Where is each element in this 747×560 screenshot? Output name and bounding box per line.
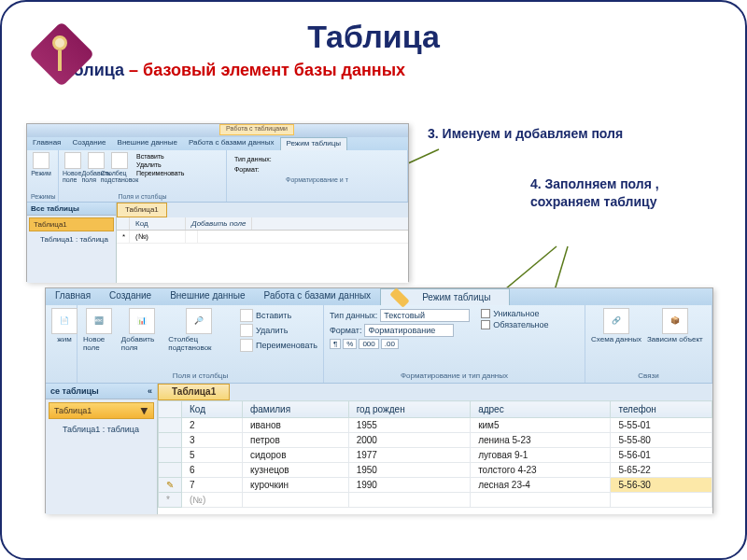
s2-schema-button[interactable]: 🔗Схема данных [591,308,641,344]
subtitle-rest: – базовый элемент базы данных [124,61,405,79]
s1-delete-button[interactable]: Удалить [136,161,184,169]
s1-main: Таблица1 Код Добавить поле * (№) [117,203,408,283]
s2-datasheet[interactable]: Код фамилия год рожден адрес телефон 2ив… [158,400,712,508]
s1-ribbon-tabs: Главная Создание Внешние данные Работа с… [27,137,408,150]
table-header-row: Код фамилия год рожден адрес телефон [159,401,712,418]
s1-tab-external[interactable]: Внешние данные [112,137,183,150]
s1-nav-group[interactable]: Таблица1 [29,217,114,231]
s1-datasheet[interactable]: Код Добавить поле * (№) [117,217,408,244]
s2-nav-pane: се таблицы« Таблица1⯆ Таблица1 : таблица [46,384,158,514]
s2-tab-external[interactable]: Внешние данные [161,288,254,305]
warning-icon [390,287,410,307]
s1-insert-button[interactable]: Вставить [136,152,184,161]
s1-group-modes-label: Режимы [31,193,54,200]
slide-subtitle: Таблица – базовый элемент базы данных [54,61,723,80]
s2-group-format-label: Форматирование и тип данных [330,370,579,380]
s1-group-fields-label: Поля и столбцы [63,193,222,200]
collapse-icon[interactable]: « [148,386,152,396]
s2-nav-table-item[interactable]: Таблица1 : таблица [46,422,157,437]
s1-cell-newid[interactable]: (№) [130,231,186,243]
col-phone[interactable]: телефон [611,401,712,418]
s2-lookup-col-button[interactable]: 🔎Столбец подстановок [168,308,229,353]
s1-rename-button[interactable]: Переименовать [136,169,184,177]
table-row[interactable]: 6кузнецов1950толстого 4-235-65-22 [159,463,712,478]
s1-tab-dbtools[interactable]: Работа с базами данных [183,137,280,150]
table-row[interactable]: 2иванов1955ким55-55-01 [159,418,712,433]
table-new-row[interactable]: *(№) [159,493,712,508]
s1-lookup-col-button[interactable]: Столбец подстановок [109,152,130,193]
s2-depends-button[interactable]: 📦Зависим объект [647,308,703,344]
s2-main: Таблица1 Код фамилия год рожден адрес те… [158,384,712,514]
s2-tab-tableview[interactable]: Режим таблицы [380,288,510,305]
s2-tab-dbtools[interactable]: Работа с базами данных [255,288,381,305]
s1-tab-tableview[interactable]: Режим таблицы [280,137,348,150]
s2-mode-button[interactable]: 📄жим [51,308,78,344]
s1-nav-header[interactable]: Все таблицы [27,203,116,216]
s2-ribbon-tabs: Главная Создание Внешние данные Работа с… [46,288,712,305]
s2-required-checkbox[interactable]: Обязательное [481,319,548,330]
s1-tab-create[interactable]: Создание [66,137,111,150]
s2-group-mode: 📄жим [46,305,78,383]
screenshot-2: Главная Создание Внешние данные Работа с… [45,287,713,513]
s1-nav-table-item[interactable]: Таблица1 : таблица [27,233,116,245]
s2-group-links-label: Связи [591,370,706,380]
s2-unique-checkbox[interactable]: Уникальное [481,308,548,319]
s2-tab-home[interactable]: Главная [46,288,100,305]
s1-col-add[interactable]: Добавить поле [186,217,252,230]
col-id[interactable]: Код [182,401,243,418]
s2-datatype-select[interactable]: Текстовый [380,309,470,322]
s2-insert-button[interactable]: Вставить [240,308,317,323]
s2-format-select[interactable]: Форматирование [364,324,454,337]
slide: Таблица Таблица – базовый элемент базы д… [0,0,747,560]
table-row[interactable]: 3петров2000ленина 5-235-55-80 [159,433,712,448]
s1-new-field-button[interactable]: Новое поле [63,152,83,193]
s1-doc-tab[interactable]: Таблица1 [117,203,167,217]
s2-add-fields-button[interactable]: 📊Добавить поля [121,308,162,353]
s1-col-id[interactable]: Код [130,217,186,230]
s1-ribbon: Режим Режимы Новое поле Добавить поля Ст… [27,150,408,203]
access-logo-icon [35,28,88,80]
annotation-3: 3. Именуем и добавляем поля [428,125,661,143]
table-row[interactable]: ✎7курочкин1990лесная 23-45-56-30 [159,478,712,493]
s2-doc-tab[interactable]: Таблица1 [158,384,230,400]
screenshot-1: Работа с таблицами Главная Создание Внеш… [26,123,409,282]
s1-context-tab[interactable]: Работа с таблицами [219,124,294,135]
col-address[interactable]: адрес [471,401,611,418]
s1-group-modes: Режим Режимы [27,150,59,202]
s2-tab-create[interactable]: Создание [100,288,161,305]
table-row[interactable]: 5сидоров1977луговая 9-15-56-01 [159,448,712,463]
s2-group-format: Тип данных: Текстовый Формат: Форматиров… [324,305,585,383]
s1-group-format-label: Форматирование и т [231,176,403,183]
s2-group-fields-label: Поля и столбцы [83,370,317,380]
slide-title: Таблица [24,19,723,55]
s1-group-fields: Новое поле Добавить поля Столбец подстан… [59,150,227,202]
s2-ribbon: 📄жим 🔤Новое поле 📊Добавить поля 🔎Столбец… [46,305,712,384]
s1-tab-home[interactable]: Главная [27,137,66,150]
col-lastname[interactable]: фамилия [243,401,349,418]
s2-group-links: 🔗Схема данных 📦Зависим объект Связи [585,305,712,383]
s2-delete-button[interactable]: Удалить [240,323,317,338]
s1-group-format: Тип данных: Формат: Форматирование и т [227,150,408,202]
s2-new-field-button[interactable]: 🔤Новое поле [83,308,116,353]
col-birthyear[interactable]: год рожден [348,401,471,418]
s2-nav-header[interactable]: се таблицы« [46,384,157,399]
s2-nav-group[interactable]: Таблица1⯆ [49,402,154,419]
s1-nav-pane: Все таблицы Таблица1 Таблица1 : таблица [27,203,117,283]
s2-rename-button[interactable]: Переименовать [240,338,317,353]
s1-titlebar: Работа с таблицами [27,124,408,137]
annotation-4: 4. Заполняем поля , сохраняем таблицу [530,175,698,211]
s1-mode-button[interactable]: Режим [31,152,51,193]
s2-group-fields: 🔤Новое поле 📊Добавить поля 🔎Столбец подс… [78,305,324,383]
